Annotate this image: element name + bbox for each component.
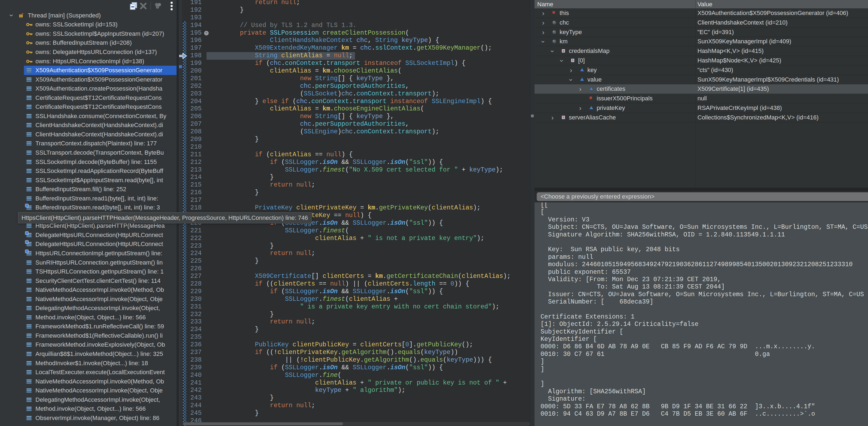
stack-frame-row[interactable]: SSLSocketImpl.readApplicationRecord(Byte… bbox=[0, 166, 177, 176]
expand-chevron-icon[interactable]: › bbox=[10, 11, 19, 19]
code-text[interactable]: return null; bbox=[210, 181, 315, 189]
stack-frame-row[interactable]: MethodInvoker$1.invoke(Object...) line: … bbox=[0, 359, 177, 368]
code-text[interactable]: if ((clientCerts == null) || (clientCert… bbox=[210, 280, 469, 288]
code-text[interactable]: } bbox=[210, 394, 274, 402]
code-line[interactable]: 244 return null; bbox=[179, 402, 530, 409]
code-line[interactable]: 204 } else if (chc.conContext.transport … bbox=[179, 98, 530, 106]
stack-frame-row[interactable]: NativeMethodAccessorImpl.invoke(Object, … bbox=[0, 294, 177, 304]
code-text[interactable]: PrivateKey clientPrivateKey = km.getPriv… bbox=[210, 204, 480, 212]
expression-chooser[interactable]: <Choose a previously entered expression> bbox=[537, 192, 868, 201]
code-line[interactable]: 228 if ((clientCerts == null) || (client… bbox=[179, 280, 530, 288]
code-text[interactable]: if (SSLLogger.isOn && SSLLogger.isOn("ss… bbox=[210, 364, 443, 372]
collapse-all-icon[interactable] bbox=[129, 1, 138, 11]
code-text[interactable]: chc.peerSupportedAuthorities, bbox=[210, 120, 409, 128]
variable-row[interactable]: ›serverAliasCacheCollections$Synchronize… bbox=[534, 113, 868, 122]
expand-chevron-icon[interactable]: › bbox=[579, 85, 581, 93]
code-text[interactable]: (SSLEngine)chc.conContext.transport); bbox=[210, 128, 439, 136]
code-text[interactable]: ClientHandshakeContext chc, String keyTy… bbox=[210, 37, 439, 45]
owns-row[interactable]: owns: BufferedInputStream (id=208) bbox=[0, 38, 177, 48]
code-text[interactable]: (SSLSocket)chc.conContext.transport); bbox=[210, 90, 439, 98]
code-text[interactable]: clientAlias + " private or public key is… bbox=[210, 379, 507, 387]
code-line[interactable]: 217 bbox=[179, 197, 530, 204]
code-line[interactable]: 201 new String[] { keyType }, bbox=[179, 75, 530, 83]
variable-row[interactable]: ›valueSunX509KeyManagerImpl$X509Credenti… bbox=[534, 75, 868, 85]
code-text[interactable]: if (SSLLogger.isOn && SSLLogger.isOn("ss… bbox=[210, 159, 443, 166]
code-text[interactable]: if (SSLLogger.isOn && SSLLogger.isOn("ss… bbox=[210, 288, 443, 295]
code-text[interactable]: keyType + " algorithm"); bbox=[210, 387, 405, 394]
vars-col-divider[interactable] bbox=[695, 0, 695, 8]
expand-chevron-icon[interactable]: › bbox=[551, 48, 554, 55]
code-line[interactable]: 218 PrivateKey clientPrivateKey = km.get… bbox=[179, 204, 530, 212]
stack-frame-row[interactable]: X509Authentication.createPossession(Hand… bbox=[0, 84, 177, 93]
code-text[interactable]: clientAlias + " is not a private key ent… bbox=[210, 235, 485, 243]
owns-row[interactable]: owns: DelegateHttpsURLConnection (id=137… bbox=[0, 48, 177, 57]
view-menu-icon[interactable] bbox=[167, 1, 177, 11]
code-text[interactable]: if (chc.conContext.transport instanceof … bbox=[210, 60, 466, 67]
stack-frame-row[interactable]: X509Authentication$X509PossessionGenerat… bbox=[0, 66, 177, 75]
code-line[interactable]: 230 SSLLogger.finest(clientAlias + bbox=[179, 295, 530, 303]
stack-frame-row[interactable]: NativeMethodAccessorImpl.invoke(Object, … bbox=[0, 386, 177, 395]
code-line[interactable]: 234 } bbox=[179, 326, 530, 334]
code-text[interactable]: } bbox=[210, 136, 258, 143]
code-line[interactable]: 212 if (SSLLogger.isOn && SSLLogger.isOn… bbox=[179, 159, 530, 166]
code-line[interactable]: 213 SSLLogger.finest("No X.509 cert sele… bbox=[179, 166, 530, 174]
code-text[interactable]: } bbox=[210, 257, 258, 265]
expand-chevron-icon[interactable]: › bbox=[542, 9, 544, 17]
stack-frame-row[interactable]: FrameworkMethod$1.runReflectiveCall() li… bbox=[0, 322, 177, 331]
code-line[interactable]: 243 } bbox=[179, 394, 530, 402]
expand-chevron-icon[interactable]: › bbox=[542, 29, 544, 36]
code-text[interactable]: X509ExtendedKeyManager km = chc.sslConte… bbox=[210, 45, 492, 52]
variables-splitter[interactable] bbox=[534, 188, 868, 191]
owns-row[interactable]: owns: SSLSocketImpl$AppInputStream (id=2… bbox=[0, 29, 177, 38]
code-line[interactable]: 194 // Used by TLS 1.2 and TLS 1.3. bbox=[179, 22, 530, 29]
code-line[interactable]: 227 X509Certificate[] clientCerts = km.g… bbox=[179, 273, 530, 280]
horizontal-scrollbar[interactable] bbox=[183, 422, 530, 426]
code-line[interactable]: 197 X509ExtendedKeyManager km = chc.sslC… bbox=[179, 45, 530, 52]
stack-frame-row[interactable]: TransportContext.dispatch(Plaintext) lin… bbox=[0, 139, 177, 148]
code-line[interactable]: 241 clientAlias + " private or public ke… bbox=[179, 379, 530, 387]
code-line[interactable]: 215 return null; bbox=[179, 181, 530, 189]
code-line[interactable]: 237 if ((!clientPrivateKey.getAlgorithm(… bbox=[179, 349, 530, 357]
code-line[interactable]: 200 clientAlias = km.chooseClientAlias( bbox=[179, 67, 530, 75]
overview-ruler-mark[interactable] bbox=[531, 115, 534, 117]
code-line[interactable]: 225 } bbox=[179, 257, 530, 265]
code-line[interactable]: 226 bbox=[179, 265, 530, 273]
code-text[interactable]: if ((!clientPrivateKey.getAlgorithm().eq… bbox=[210, 349, 458, 357]
code-line[interactable]: 239 if (SSLLogger.isOn && SSLLogger.isOn… bbox=[179, 364, 530, 372]
code-text[interactable]: } bbox=[210, 189, 258, 197]
code-line[interactable]: 211 if (clientAlias == null) { bbox=[179, 151, 530, 159]
code-line[interactable]: 224 return null; bbox=[179, 250, 530, 257]
variable-row[interactable]: ›key"cts" (id=430) bbox=[534, 65, 868, 75]
code-text[interactable]: || (!clientPublicKey.getAlgorithm().equa… bbox=[210, 357, 492, 364]
stack-frame-row[interactable]: ObserverImpl.invoke(Manager, Object) lin… bbox=[0, 414, 177, 423]
code-text[interactable]: private SSLPossession createClientPosses… bbox=[210, 29, 409, 37]
horizontal-scrollbar-thumb[interactable] bbox=[183, 422, 343, 425]
stack-frame-row[interactable]: ClientHandshakeContext(HandshakeContext)… bbox=[0, 130, 177, 139]
code-text[interactable]: return null; bbox=[210, 250, 315, 257]
code-text[interactable]: // Used by TLS 1.2 and TLS 1.3. bbox=[210, 22, 356, 29]
stack-frame-row[interactable]: SSLSocketImpl$AppInputStream.read(byte[]… bbox=[0, 176, 177, 185]
code-text[interactable]: PublicKey clientPublicKey = clientCerts[… bbox=[210, 341, 473, 349]
code-line[interactable]: 205 clientAlias = km.chooseEngineClientA… bbox=[179, 105, 530, 113]
code-line[interactable]: 199 if (chc.conContext.transport instanc… bbox=[179, 60, 530, 67]
stack-frame-row[interactable]: HttpsURLConnectionImpl.getInputStream() … bbox=[0, 249, 177, 258]
stack-frame-row[interactable]: ClientHandshakeContext(HandshakeContext)… bbox=[0, 121, 177, 130]
variable-row[interactable]: ›certificatesX509Certificate[1] (id=435) bbox=[534, 84, 868, 94]
overview-ruler[interactable] bbox=[530, 0, 534, 426]
code-line[interactable]: 231 " is a private key entry with no cer… bbox=[179, 303, 530, 311]
breakpoint-marker[interactable] bbox=[179, 65, 182, 68]
stack-frame-row[interactable]: Method.invoke(Object, Object...) line: 5… bbox=[0, 313, 177, 322]
code-line[interactable]: 202 chc.peerSupportedAuthorities, bbox=[179, 83, 530, 90]
code-text[interactable]: SSLLogger.fine( bbox=[210, 372, 341, 379]
variable-row[interactable]: ›thisX509Authentication$X509PossessionGe… bbox=[534, 8, 868, 18]
code-line[interactable]: 191 return null; bbox=[179, 0, 530, 6]
code-text[interactable]: return null; bbox=[210, 402, 315, 409]
stack-frame-row[interactable]: SSLTransport.decode(TransportContext, By… bbox=[0, 148, 177, 158]
code-line[interactable]: 221 SSLLogger.finest( bbox=[179, 227, 530, 235]
stack-frame-row[interactable]: BufferedInputStream.read(byte[], int, in… bbox=[0, 203, 177, 212]
code-text[interactable]: clientAlias = km.chooseClientAlias( bbox=[210, 67, 402, 75]
code-line[interactable]: 208 (SSLEngine)chc.conContext.transport)… bbox=[179, 128, 530, 136]
code-text[interactable]: } else if (chc.conContext.transport inst… bbox=[210, 98, 492, 106]
code-line[interactable]: 193 bbox=[179, 14, 530, 22]
code-line[interactable]: 203 (SSLSocket)chc.conContext.transport)… bbox=[179, 90, 530, 98]
